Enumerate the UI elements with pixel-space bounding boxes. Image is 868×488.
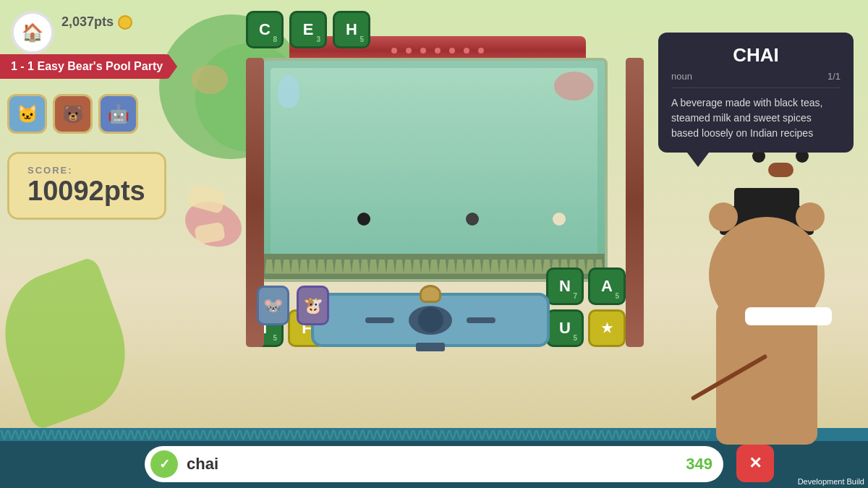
char-sprite-2: 🐮: [297, 286, 329, 325]
points-display: 2,037pts: [61, 14, 132, 30]
leaf-decoration: [7, 271, 152, 430]
side-panel-right: [626, 58, 644, 347]
tile-c8[interactable]: C 8: [246, 11, 284, 48]
avatar-1: 🐱: [7, 94, 47, 134]
board-inner: [271, 68, 597, 257]
top-tiles-row: C 8 E 3 H 5: [246, 11, 370, 48]
tile-u5[interactable]: U 5: [546, 309, 584, 347]
board-decoration: [554, 72, 594, 100]
check-button[interactable]: ✓: [150, 450, 178, 478]
cancel-icon: ✕: [749, 454, 762, 473]
bear-collar: [745, 307, 832, 325]
tile-a5[interactable]: A 5: [588, 267, 626, 305]
current-word-display: chai: [178, 455, 686, 474]
avatar-3: 🤖: [98, 94, 138, 134]
machine-center: [409, 306, 452, 335]
tile-h5[interactable]: H 5: [333, 11, 370, 48]
conveyor-dots: [391, 48, 484, 53]
dev-build-label: Development Build: [798, 477, 864, 486]
definition-page: 1/1: [827, 71, 841, 82]
machine-center-inner: [418, 307, 443, 333]
machine-slot-1: [365, 317, 394, 323]
char-sprite-1: 🐭: [257, 286, 289, 325]
cancel-button[interactable]: ✕: [736, 445, 774, 482]
home-icon: 🏠: [22, 22, 43, 43]
coin-icon: [118, 15, 132, 30]
check-icon: ✓: [159, 456, 170, 472]
machine-bell: [420, 285, 441, 303]
ball-1: [357, 213, 370, 226]
input-bar: ✓ chai 349: [145, 446, 723, 482]
tile-n7[interactable]: N 7: [546, 267, 584, 305]
level-banner: 1 - 1 Easy Bear's Pool Party: [0, 54, 177, 79]
typewriter-machine: [311, 293, 550, 347]
bear-nose: [768, 163, 793, 177]
score-label: SCORE:: [27, 165, 146, 176]
bottom-right-tiles: N 7 A 5 U 5 ★: [546, 267, 626, 347]
avatar-2: 🐻: [53, 94, 93, 134]
definition-text: A beverage made with black teas, steamed…: [671, 95, 841, 141]
definition-meta: noun 1/1: [671, 71, 841, 88]
bear-teacher: [694, 242, 854, 445]
home-button[interactable]: 🏠: [11, 11, 54, 54]
ball-2: [466, 213, 479, 226]
avatars-panel: 🐱 🐻 🤖: [7, 94, 138, 134]
machine-slot-2: [467, 317, 495, 323]
water-drop: [278, 75, 299, 108]
points-value: 2,037pts: [61, 14, 114, 30]
machine-connector: [416, 343, 445, 351]
level-text: 1 - 1 Easy Bear's Pool Party: [11, 60, 163, 72]
part-of-speech: noun: [671, 71, 692, 82]
tile-star[interactable]: ★: [588, 309, 626, 347]
ball-3: [553, 213, 566, 226]
characters-row: 🐭 🐮: [257, 286, 329, 325]
decoration-blob-2: [192, 65, 228, 94]
definition-panel: CHAI noun 1/1 A beverage made with black…: [658, 33, 854, 153]
tile-e3[interactable]: E 3: [289, 11, 327, 48]
game-area: C 8 E 3 H 5 C 3: [246, 0, 629, 419]
current-score-display: 349: [686, 455, 712, 474]
bear-body: [716, 300, 817, 445]
score-value: 10092pts: [27, 176, 146, 207]
definition-word: CHAI: [671, 44, 841, 67]
game-board: [260, 58, 608, 282]
score-panel: SCORE: 10092pts: [7, 152, 166, 220]
